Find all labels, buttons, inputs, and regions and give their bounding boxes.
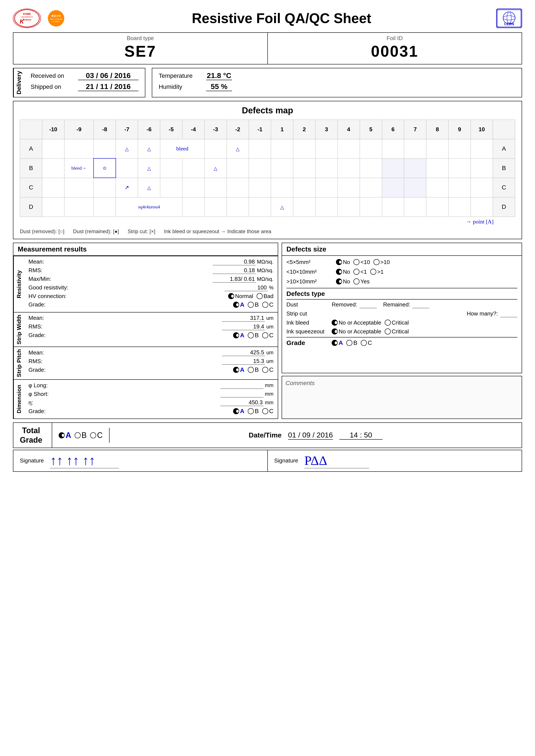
dt-inkbleed-label: Ink bleed: [286, 319, 329, 326]
dim-phishort-unit: mm: [265, 391, 273, 397]
ds-no-3[interactable]: No: [336, 278, 350, 285]
resistivity-hv-row: HV connection: Normal Bad: [28, 293, 273, 300]
shipped-label: Shipped on: [31, 83, 74, 90]
table-row: C ↗ △: [20, 178, 515, 197]
tg-grade-a[interactable]: A: [59, 431, 71, 440]
sw-grade-row: Grade: A B C: [28, 332, 273, 339]
defects-legend: Dust (removed): [○] Dust (remained): [●]…: [20, 229, 515, 234]
sp-grade-c[interactable]: C: [262, 366, 273, 373]
sw-grade-a[interactable]: A: [233, 332, 244, 339]
dt-dust-removed-label: Removed:: [332, 301, 357, 308]
ds-no-2[interactable]: No: [336, 269, 350, 275]
sp-grade-group: A B C: [233, 366, 273, 373]
resistivity-hv-label: HV connection:: [28, 293, 228, 300]
resistivity-grade-a[interactable]: A: [233, 301, 244, 308]
total-grade-group: A B C: [59, 431, 103, 440]
sp-mean-label: Mean:: [28, 349, 222, 356]
ds-gt10-1[interactable]: >10: [374, 259, 390, 265]
delivery-section: Delivery Received on 03 / 06 / 2016 Ship…: [13, 68, 522, 97]
ds-lt10-1[interactable]: <10: [353, 259, 370, 265]
comments-label: Comments: [286, 380, 518, 387]
strip-width-content: Mean: 317.1 um RMS: 19.4 um Grade: A: [24, 312, 278, 346]
table-row: B bleed→ ⊙ △ △: [20, 158, 515, 178]
time-value: 14 : 50: [339, 431, 382, 440]
page-title: Resistive Foil QA/QC Sheet: [67, 10, 496, 26]
delivery-label: Delivery: [14, 68, 24, 97]
dimension-group: Dimension φ Long: mm φ Short: mm η: 450.…: [14, 379, 278, 418]
dim-phishort-value: [220, 391, 264, 397]
sp-mean-row: Mean: 425.5 um: [28, 349, 273, 356]
ds-lt1-2[interactable]: <1: [353, 269, 367, 275]
hv-normal-radio[interactable]: Normal: [228, 293, 253, 300]
dt-grade-row: Grade A B C: [286, 337, 517, 346]
svg-text:of Tokyo: of Tokyo: [52, 20, 60, 23]
strip-pitch-group: Strip Pitch Mean: 425.5 um RMS: 15.3 um …: [14, 346, 278, 379]
ds-gt1-2[interactable]: >1: [370, 269, 383, 275]
dt-inkbleed-critical[interactable]: Critical: [385, 319, 408, 326]
sp-grade-b[interactable]: B: [248, 366, 259, 373]
received-label: Received on: [31, 72, 74, 79]
sig-label-1: Signature: [20, 457, 46, 464]
sp-grade-row: Grade: A B C: [28, 366, 273, 373]
dt-grade-b[interactable]: B: [346, 339, 357, 346]
resistivity-grade-row: Grade: A B C: [28, 301, 273, 308]
resistivity-grade-c[interactable]: C: [262, 301, 273, 308]
ds-no-1[interactable]: No: [336, 259, 350, 265]
tg-grade-c[interactable]: C: [90, 431, 103, 440]
comments-box: Comments: [282, 376, 522, 419]
dt-inksq-critical[interactable]: Critical: [385, 328, 408, 335]
resistivity-rms-unit: MΩ/sq.: [257, 267, 274, 274]
dt-dust-removed-value: [359, 301, 377, 308]
dt-inksq-noa[interactable]: No or Acceptable: [332, 328, 381, 335]
datetime-cell: Date/Time 01 / 09 / 2016 14 : 50: [110, 428, 521, 443]
datetime-label: Date/Time: [249, 431, 281, 439]
dimension-label: Dimension: [14, 380, 24, 418]
dim-grade-b[interactable]: B: [248, 408, 259, 415]
ds-row-1: <5×5mm² No <10 >10: [286, 259, 517, 265]
dt-inkbleed-noa[interactable]: No or Acceptable: [332, 319, 381, 326]
dt-dust-remained-label: Remained:: [383, 301, 410, 308]
ds-yes-3[interactable]: Yes: [353, 278, 369, 285]
dt-stripcut-howmany-value: [500, 310, 517, 317]
sw-rms-value: 19.4: [222, 323, 265, 330]
map-annotation: → point [A]: [20, 219, 515, 225]
strip-width-label: Strip Width: [14, 312, 24, 346]
received-value: 03 / 06 / 2016: [78, 71, 138, 80]
table-row: A △ △ bleed △: [20, 139, 515, 158]
dim-eta-row: η: 450.3 mm: [28, 399, 273, 406]
dim-grade-c[interactable]: C: [262, 408, 273, 415]
defects-table: -10 -9 -8 -7 -6 -5 -4 -3 -2 -1 1 2 3 4 5…: [20, 120, 515, 217]
resistivity-mean-unit: MΩ/sq.: [257, 259, 274, 265]
svg-text:Science: Science: [23, 18, 31, 21]
resistivity-mean-value: 0.98: [212, 258, 256, 265]
dt-grade-label: Grade: [286, 339, 329, 346]
resistivity-grade-label: Grade:: [28, 301, 233, 308]
dt-stripcut-howmany-label: How many?:: [467, 310, 498, 317]
resistivity-good-row: Good resistivity: 100 %: [28, 284, 273, 291]
total-grade-radio-cell: A B C: [52, 428, 110, 443]
sig-cell-2: Signature ΡΔΔ: [268, 450, 522, 471]
ds-radio-1: No <10 >10: [336, 259, 390, 265]
dt-grade-group: A B C: [332, 339, 372, 346]
svg-text:K: K: [20, 18, 24, 25]
sw-grade-c[interactable]: C: [262, 332, 273, 339]
hv-bad-radio[interactable]: Bad: [257, 293, 273, 300]
resistivity-rms-value: 0.18: [212, 267, 256, 274]
svg-text:KOBE: KOBE: [23, 13, 31, 15]
tg-grade-b[interactable]: B: [74, 431, 87, 440]
dim-grade-a[interactable]: A: [233, 408, 244, 415]
env-box: Temperature 21.8 °C Humidity 55 %: [152, 68, 522, 97]
dt-grade-a[interactable]: A: [332, 339, 343, 346]
shipped-row: Shipped on 21 / 11 / 2016: [31, 82, 138, 91]
sw-grade-b[interactable]: B: [248, 332, 259, 339]
sw-grade-label: Grade:: [28, 332, 233, 338]
dim-philong-value: [220, 382, 264, 389]
strip-pitch-label: Strip Pitch: [14, 347, 24, 379]
resistivity-grade-b[interactable]: B: [248, 301, 259, 308]
dt-dust-remained-value: [412, 301, 430, 308]
sp-grade-a[interactable]: A: [233, 366, 244, 373]
sw-rms-unit: um: [266, 324, 273, 330]
legend-ink-bleed: Ink bleed or squeezeout → Indicate those…: [164, 229, 271, 234]
board-type-value: SE7: [20, 42, 261, 60]
dt-grade-c[interactable]: C: [361, 339, 372, 346]
